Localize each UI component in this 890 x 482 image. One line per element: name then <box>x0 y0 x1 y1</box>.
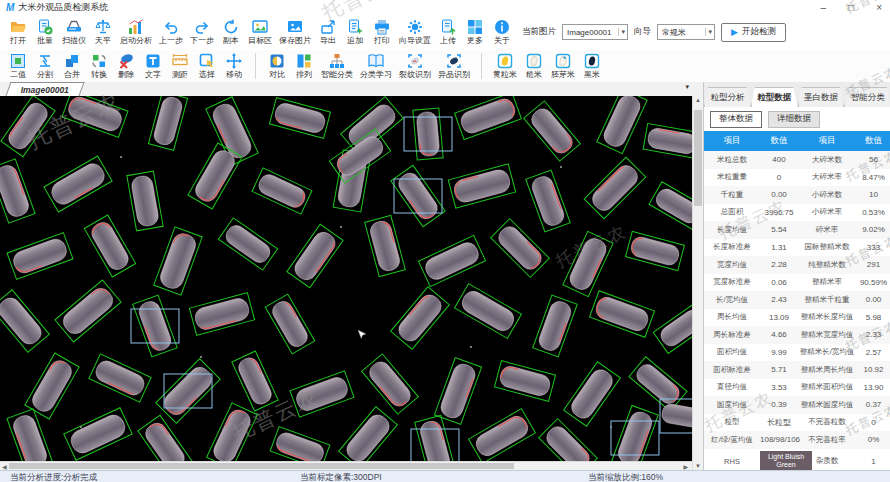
rice-grain[interactable] <box>597 96 647 154</box>
rice-grain[interactable] <box>494 361 555 402</box>
rice-grain[interactable] <box>265 294 315 354</box>
rice-grain[interactable] <box>629 357 687 412</box>
rice-grain[interactable] <box>189 293 254 336</box>
rice-grain[interactable] <box>524 101 581 161</box>
tab-智能分类[interactable]: 智能分类 <box>844 87 890 107</box>
rice-grain[interactable] <box>612 405 658 461</box>
rice-grain[interactable] <box>533 295 578 357</box>
image-tab[interactable]: Image00001 <box>5 82 84 96</box>
rice-grain[interactable] <box>154 227 202 295</box>
rice-grain[interactable] <box>1 96 55 157</box>
rice-grain[interactable] <box>418 235 485 286</box>
toolbar-button-binary[interactable]: 二值 <box>8 52 28 80</box>
rice-grain[interactable] <box>413 108 443 160</box>
rice-grain[interactable] <box>232 351 278 411</box>
toolbar-button-upload[interactable]: 上传 <box>438 18 458 46</box>
rice-grain[interactable] <box>539 419 598 461</box>
rice-grain[interactable] <box>138 415 192 461</box>
toolbar-button-select[interactable]: 选择 <box>197 52 217 80</box>
toolbar-button-merge[interactable]: 合并 <box>62 52 82 80</box>
rice-grain[interactable] <box>62 96 128 137</box>
toolbar-button-text[interactable]: 文字 <box>143 52 163 80</box>
toolbar-button-arrange[interactable]: 排列 <box>294 52 314 80</box>
toolbar-button-about-info[interactable]: 关于 <box>492 18 512 46</box>
toolbar-button-split[interactable]: 分割 <box>35 52 55 80</box>
toolbar-button-classify-learn[interactable]: 分类学习 <box>360 52 392 80</box>
tab-粒型数据[interactable]: 粒型数据 <box>751 87 798 107</box>
rice-grain[interactable] <box>156 359 220 423</box>
current-image-select[interactable]: Image00001 ▾ <box>562 24 628 40</box>
toolbar-button-export[interactable]: 导出 <box>318 18 338 46</box>
toolbar-button-delete[interactable]: 删除 <box>116 52 136 80</box>
maximize-button[interactable]: □ <box>848 2 854 13</box>
toolbar-button-crack-recognition[interactable]: 裂纹识别 <box>399 52 431 80</box>
toolbar-button-append[interactable]: 追加 <box>345 18 365 46</box>
rice-grain[interactable] <box>643 124 692 159</box>
vertical-scrollbar-thumb[interactable] <box>694 110 702 206</box>
rice-grain[interactable] <box>290 371 354 417</box>
rice-grain[interactable] <box>218 218 277 270</box>
toolbar-button-wizard-gear[interactable]: 向导设置 <box>399 18 431 46</box>
rice-grain[interactable] <box>649 182 692 231</box>
toolbar-button-target-area[interactable]: 目标区 <box>248 18 272 46</box>
rice-grain[interactable] <box>362 354 419 414</box>
rice-grain[interactable] <box>653 302 692 353</box>
rice-grain[interactable] <box>127 171 163 231</box>
close-button[interactable]: × <box>876 2 882 13</box>
toolbar-button-germ-rice[interactable]: 胚芽米 <box>551 52 575 80</box>
horizontal-scrollbar-thumb[interactable] <box>9 463 514 469</box>
rice-grain[interactable] <box>207 403 258 461</box>
scroll-right-icon[interactable]: ▶ <box>683 463 688 470</box>
toolbar-button-redo[interactable]: 下一步 <box>190 18 214 46</box>
toolbar-button-move[interactable]: 移动 <box>224 52 244 80</box>
rice-grain[interactable] <box>0 159 35 223</box>
toolbar-button-undo[interactable]: 上一步 <box>159 18 183 46</box>
toolbar-button-open-folder[interactable]: 打开 <box>8 18 28 46</box>
rice-grain[interactable] <box>455 284 522 339</box>
toolbar-button-smart-classify[interactable]: 智能分类 <box>321 52 353 80</box>
wizard-select[interactable]: 常规米 ▾ <box>657 24 715 40</box>
view-button-整体数据[interactable]: 整体数据 <box>710 111 762 128</box>
rice-grain[interactable] <box>661 403 692 429</box>
rice-grain[interactable] <box>270 427 330 461</box>
rice-grain[interactable] <box>84 215 135 277</box>
rice-grain[interactable] <box>0 290 49 352</box>
toolbar-button-scanner[interactable]: 扫描仪 <box>62 18 86 46</box>
rice-grain[interactable] <box>133 295 178 357</box>
tab-垩白数据[interactable]: 垩白数据 <box>798 87 845 107</box>
rice-grain[interactable] <box>589 291 654 337</box>
rice-grain[interactable] <box>44 156 112 212</box>
image-canvas[interactable] <box>0 96 692 461</box>
toolbar-button-brown-rice[interactable]: 糙米 <box>524 52 544 80</box>
toolbar-button-foreign-recognition[interactable]: 异品识别 <box>438 52 470 80</box>
rice-grain[interactable] <box>563 231 613 296</box>
toolbar-button-convert[interactable]: 转换 <box>89 52 109 80</box>
rice-grain[interactable] <box>365 215 406 276</box>
rice-grain[interactable] <box>287 224 343 288</box>
rice-grain[interactable] <box>584 157 646 219</box>
start-detection-button[interactable]: ▶ 开始检测 <box>721 23 786 42</box>
rice-grain[interactable] <box>434 358 481 425</box>
toolbar-button-measure[interactable]: 测距 <box>170 52 190 80</box>
rice-grain[interactable] <box>7 233 73 280</box>
rice-grain[interactable] <box>455 96 522 140</box>
tab-粒型分析[interactable]: 粒型分析 <box>704 87 751 107</box>
scroll-down-icon[interactable]: ▼ <box>695 463 701 469</box>
scroll-up-icon[interactable]: ▲ <box>695 97 701 103</box>
toolbar-button-print[interactable]: 打印 <box>372 18 392 46</box>
rice-grain[interactable] <box>564 362 621 426</box>
rice-grain[interactable] <box>491 219 550 278</box>
toolbar-button-more[interactable]: 更多 <box>465 18 485 46</box>
rice-grain[interactable] <box>339 407 398 461</box>
toolbar-button-analyze[interactable]: 启动分析 <box>120 18 152 46</box>
rice-grain[interactable] <box>269 98 330 139</box>
rice-grain[interactable] <box>89 354 151 402</box>
rice-grain[interactable] <box>526 170 571 232</box>
rice-grain[interactable] <box>415 415 456 461</box>
toolbar-button-batch[interactable]: 批量 <box>35 18 55 46</box>
toolbar-button-balance[interactable]: 天平 <box>93 18 113 46</box>
rice-grain[interactable] <box>55 280 121 342</box>
toolbar-button-compare[interactable]: 对比 <box>267 52 287 80</box>
rice-grain[interactable] <box>148 96 187 150</box>
rice-grain[interactable] <box>626 231 685 270</box>
